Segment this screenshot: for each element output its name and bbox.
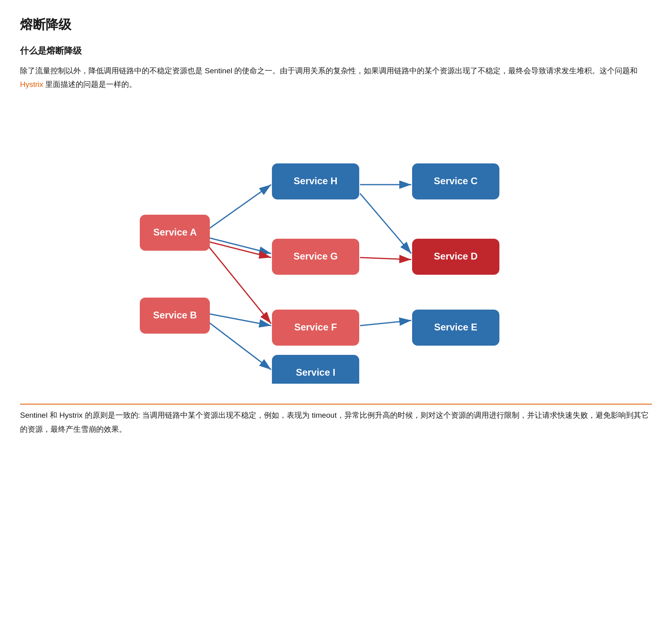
- intro-paragraph: 除了流量控制以外，降低调用链路中的不稳定资源也是 Sentinel 的使命之一。…: [20, 64, 652, 91]
- label-service-a: Service A: [153, 227, 197, 238]
- label-service-e: Service E: [434, 322, 477, 332]
- section-subtitle: 什么是熔断降级: [20, 45, 652, 57]
- svg-line-10: [360, 258, 411, 260]
- svg-line-11: [360, 320, 411, 326]
- svg-line-4: [208, 242, 271, 258]
- label-service-b: Service B: [153, 310, 197, 320]
- label-service-c: Service C: [434, 175, 477, 186]
- diagram-container: Service A Service B Service H Service G …: [20, 111, 652, 384]
- footer-text: Sentinel 和 Hystrix 的原则是一致的: 当调用链路中某个资源出现…: [20, 404, 652, 436]
- svg-line-6: [208, 314, 271, 326]
- page-title: 熔断降级: [20, 16, 652, 34]
- label-service-i: Service I: [296, 367, 336, 378]
- label-service-g: Service G: [294, 251, 338, 262]
- svg-line-2: [208, 185, 271, 229]
- svg-line-7: [208, 322, 271, 370]
- hystrix-link[interactable]: Hystrix: [20, 80, 43, 89]
- svg-line-5: [208, 246, 271, 324]
- label-service-d: Service D: [434, 251, 477, 262]
- service-diagram: Service A Service B Service H Service G …: [116, 111, 556, 384]
- svg-line-3: [208, 238, 271, 254]
- svg-line-9: [360, 193, 411, 254]
- label-service-f: Service F: [294, 322, 337, 332]
- label-service-h: Service H: [294, 175, 337, 186]
